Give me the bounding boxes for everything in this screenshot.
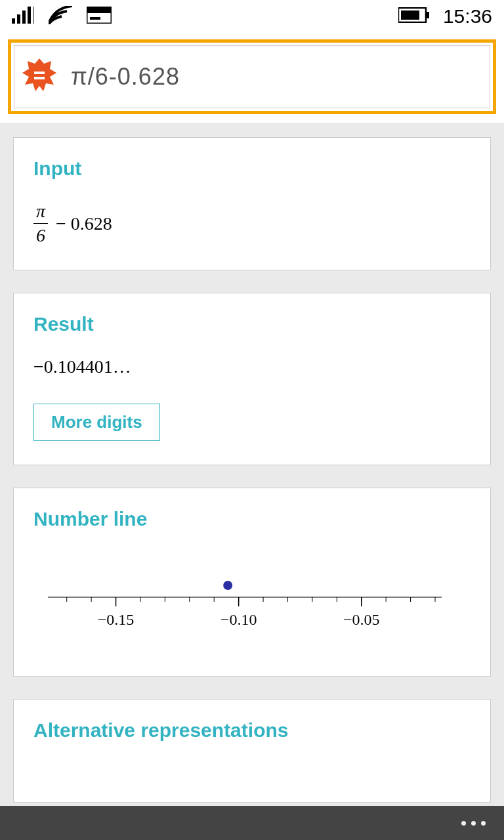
result-value: −0.104401… bbox=[33, 356, 471, 377]
clock-text: 15:36 bbox=[443, 5, 492, 28]
svg-rect-10 bbox=[427, 12, 429, 18]
more-menu-icon[interactable] bbox=[461, 821, 486, 826]
card-title-numberline: Number line bbox=[33, 508, 471, 530]
svg-rect-6 bbox=[87, 7, 112, 13]
search-container: π/6-0.628 bbox=[0, 33, 504, 124]
wifi-icon bbox=[49, 6, 72, 27]
status-icons-left bbox=[12, 6, 112, 27]
search-query-text: π/6-0.628 bbox=[71, 63, 180, 91]
svg-text:−0.15: −0.15 bbox=[98, 611, 135, 628]
status-icons-right: 15:36 bbox=[398, 5, 492, 28]
svg-rect-7 bbox=[90, 17, 100, 20]
card-number-line: Number line −0.15−0.10−0.05 bbox=[13, 488, 491, 677]
svg-rect-3 bbox=[28, 7, 31, 24]
wolfram-equals-icon bbox=[21, 57, 58, 96]
fraction-denominator: 6 bbox=[33, 224, 48, 246]
card-result: Result −0.104401… More digits bbox=[13, 293, 491, 465]
svg-rect-13 bbox=[34, 77, 45, 79]
card-title-altrep: Alternative representations bbox=[33, 719, 471, 742]
card-alt-representations: Alternative representations bbox=[13, 699, 491, 803]
svg-rect-1 bbox=[17, 14, 20, 24]
status-bar: 15:36 bbox=[0, 0, 504, 33]
svg-rect-9 bbox=[401, 10, 419, 20]
svg-text:−0.05: −0.05 bbox=[343, 611, 380, 628]
search-box-outline: π/6-0.628 bbox=[8, 39, 496, 114]
battery-icon bbox=[398, 7, 430, 26]
card-title-result: Result bbox=[33, 313, 471, 335]
svg-marker-11 bbox=[22, 58, 56, 91]
number-line-plot: −0.15−0.10−0.05 bbox=[33, 551, 471, 652]
expression-tail: − 0.628 bbox=[56, 213, 112, 234]
results-scroll[interactable]: Input π 6 − 0.628 Result −0.104401… More… bbox=[0, 124, 504, 838]
card-icon bbox=[87, 7, 112, 26]
svg-rect-0 bbox=[12, 18, 15, 24]
svg-point-37 bbox=[223, 581, 232, 590]
svg-rect-4 bbox=[33, 7, 34, 24]
app-bar[interactable] bbox=[0, 806, 504, 840]
more-digits-button[interactable]: More digits bbox=[33, 404, 160, 441]
card-title-input: Input bbox=[33, 158, 471, 180]
fraction: π 6 bbox=[33, 201, 48, 246]
signal-icon bbox=[12, 7, 34, 26]
svg-text:−0.10: −0.10 bbox=[220, 611, 257, 628]
card-input: Input π 6 − 0.628 bbox=[13, 137, 491, 270]
input-expression: π 6 − 0.628 bbox=[33, 201, 471, 246]
svg-rect-2 bbox=[22, 10, 26, 24]
svg-rect-12 bbox=[34, 72, 45, 74]
fraction-numerator: π bbox=[33, 201, 48, 224]
search-input-row[interactable]: π/6-0.628 bbox=[14, 45, 490, 108]
